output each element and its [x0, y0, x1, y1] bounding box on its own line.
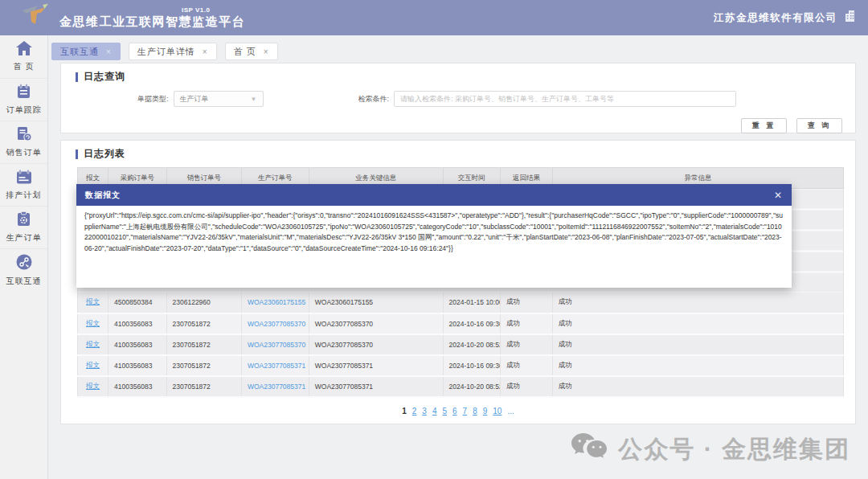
table-row: 报文 4100356083 2307051872 WOA23077085370 …: [78, 313, 844, 334]
table-row: 报文 4100356083 2307051872 WOA23077085371 …: [78, 376, 844, 397]
production-order-link[interactable]: WOA23077085371: [248, 362, 305, 370]
tab-label: 互联互通: [60, 46, 99, 58]
exception-info-cell: 成功: [552, 313, 843, 334]
page-link[interactable]: 8: [473, 407, 477, 416]
business-key-cell: WOA23060175155: [309, 293, 443, 313]
message-link[interactable]: 报文: [86, 319, 100, 327]
tab-interconnect[interactable]: 互联互通 ×: [51, 43, 121, 60]
page-link[interactable]: 9: [483, 407, 488, 416]
doc-type-label: 单据类型:: [137, 94, 169, 104]
sales-order-cell: 2307051872: [166, 376, 241, 397]
purchase-order-cell: 4100356083: [108, 313, 166, 334]
tab-close-icon[interactable]: ×: [106, 47, 112, 56]
building-icon: [845, 10, 855, 25]
pagination: 1 2 3 4 5 6 7 8 9 10 ...: [61, 407, 855, 416]
doc-type-select[interactable]: 生产订单 ▼: [174, 91, 264, 107]
table-row: 报文 4100356083 2307051872 WOA23077085371 …: [78, 355, 844, 376]
exception-info-cell: 成功: [552, 376, 843, 397]
production-order-link[interactable]: WOA23077085370: [248, 341, 305, 349]
order-tracking-icon: [16, 84, 31, 102]
interconnect-icon: [16, 254, 32, 273]
sidebar-item-label: 首 页: [14, 61, 35, 72]
app-header: ISP V1.0 金思维工业互联网智慧监造平台 江苏金思维软件有限公司: [0, 0, 868, 35]
interaction-time-cell: 2024-10-16 09:30:54: [443, 313, 500, 334]
message-link[interactable]: 报文: [86, 361, 100, 369]
page-link[interactable]: 5: [442, 407, 447, 416]
business-key-cell: WOA23077085370: [309, 334, 443, 355]
sales-order-cell: 2306122960: [166, 293, 241, 313]
query-button-row: 重 置 查 询: [61, 118, 842, 133]
tab-close-icon[interactable]: ×: [264, 47, 269, 56]
tab-close-icon[interactable]: ×: [203, 47, 208, 56]
close-icon[interactable]: ✕: [774, 190, 783, 201]
sidebar-item-home[interactable]: 首 页: [0, 35, 47, 78]
message-link[interactable]: 报文: [86, 382, 100, 390]
page-link[interactable]: 7: [463, 407, 468, 416]
page-ellipsis[interactable]: ...: [507, 407, 514, 416]
tab-bar: 互联互通 × 生产订单详情 × 首 页 ×: [48, 35, 868, 63]
watermark-text: 公众号 · 金思维集团: [618, 433, 850, 466]
page-link[interactable]: 3: [422, 407, 427, 416]
sidebar-item-schedule-plan[interactable]: 排产计划: [0, 163, 47, 206]
search-input[interactable]: [394, 91, 736, 107]
log-query-panel: 日志查询 单据类型: 生产订单 ▼ 检索条件: 重 置 查 询: [60, 63, 856, 133]
purchase-order-cell: 4100356083: [108, 334, 166, 355]
app-version: ISP V1.0: [59, 6, 245, 14]
page-current[interactable]: 1: [402, 407, 407, 416]
page-link[interactable]: 4: [432, 407, 437, 416]
return-result-cell: 成功: [501, 355, 553, 376]
search-condition-label: 检索条件:: [358, 94, 390, 104]
interaction-time-cell: 2024-01-15 10:00:46: [443, 293, 500, 313]
sidebar-item-production-order[interactable]: 生产订单: [0, 206, 47, 248]
page-link[interactable]: 2: [412, 407, 417, 416]
exception-info-cell: 成功: [552, 355, 843, 376]
purchase-order-cell: 4100356083: [108, 355, 166, 376]
tab-label: 首 页: [234, 46, 256, 58]
chevron-down-icon: ▼: [251, 96, 257, 103]
purchase-order-cell: 4100356083: [108, 376, 166, 397]
table-row: 报文 4500850384 2306122960 WOA23060175155 …: [78, 293, 844, 313]
brand-block: ISP V1.0 金思维工业互联网智慧监造平台: [59, 6, 245, 30]
message-link[interactable]: 报文: [86, 297, 100, 305]
page-link[interactable]: 6: [452, 407, 457, 416]
doc-type-value: 生产订单: [180, 94, 209, 104]
production-order-icon: [17, 211, 31, 230]
app-logo-icon: [21, 3, 51, 32]
title-accent-bar: [76, 72, 78, 82]
modal-title: 数据报文: [85, 190, 121, 201]
message-link[interactable]: 报文: [86, 340, 100, 348]
company-name: 江苏金思维软件有限公司: [714, 11, 837, 25]
page-link[interactable]: 10: [493, 407, 502, 416]
header-company: 江苏金思维软件有限公司: [714, 0, 855, 35]
production-order-link[interactable]: WOA23060175155: [248, 298, 305, 306]
sidebar-item-order-tracking[interactable]: 订单跟踪: [0, 78, 47, 121]
interaction-time-cell: 2024-10-16 09:30:55: [443, 355, 500, 376]
production-order-link[interactable]: WOA23077085371: [248, 383, 305, 391]
data-message-modal: 数据报文 ✕ {"proxyUrl":"https://eip.sgcc.com…: [76, 184, 792, 288]
sidebar-item-label: 排产计划: [6, 190, 42, 201]
return-result-cell: 成功: [501, 313, 553, 334]
wechat-watermark: 公众号 · 金思维集团: [571, 432, 850, 468]
query-button[interactable]: 查 询: [796, 118, 842, 133]
sales-order-cell: 2307051872: [166, 355, 241, 376]
sidebar-item-label: 订单跟踪: [6, 104, 42, 116]
title-accent-bar: [76, 149, 78, 159]
tab-label: 生产订单详情: [137, 46, 195, 58]
production-order-link[interactable]: WOA23077085370: [248, 320, 305, 328]
sidebar: 首 页 订单跟踪: [0, 35, 48, 479]
return-result-cell: 成功: [501, 376, 553, 397]
business-key-cell: WOA23077085370: [309, 313, 443, 334]
home-icon: [16, 41, 32, 59]
business-key-cell: WOA23077085371: [309, 355, 443, 376]
sales-order-cell: 2307051872: [166, 334, 241, 355]
reset-button[interactable]: 重 置: [741, 118, 787, 133]
sales-order-icon: [16, 126, 32, 145]
tab-home[interactable]: 首 页 ×: [225, 43, 278, 60]
purchase-order-cell: 4500850384: [108, 293, 166, 313]
exception-info-cell: 成功: [552, 334, 843, 355]
sidebar-item-interconnect[interactable]: 互联互通: [0, 248, 47, 291]
wechat-icon: [571, 432, 608, 468]
sidebar-item-sales-order[interactable]: 销售订单: [0, 121, 47, 163]
tab-production-order-detail[interactable]: 生产订单详情 ×: [129, 43, 217, 60]
interaction-time-cell: 2024-10-20 08:52:46: [443, 334, 500, 355]
